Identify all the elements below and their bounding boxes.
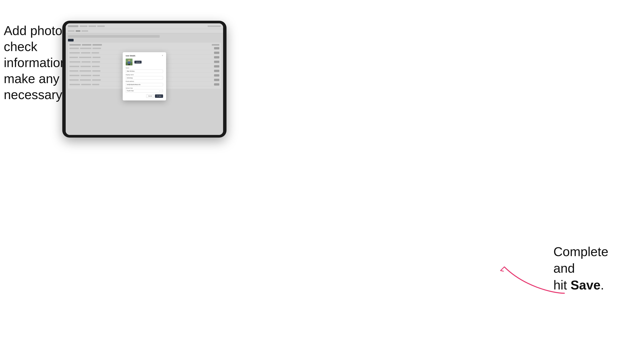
save-label: Save	[158, 95, 162, 97]
display-name-field-group: Display name	[126, 74, 163, 80]
school-year-select[interactable]: Fourth Year	[126, 89, 163, 93]
close-button[interactable]: ×	[161, 54, 164, 57]
photo-thumbnail	[126, 59, 132, 65]
save-button[interactable]: ⬆ Save	[155, 94, 163, 98]
email-label: Email address	[126, 81, 163, 82]
school-year-field-group: School Year Fourth Year × ▾	[126, 87, 163, 93]
display-name-label: Display name	[126, 74, 163, 75]
dialog-footer: Cancel ⬆ Save	[126, 94, 163, 98]
email-field-group: Email address	[126, 81, 163, 86]
upload-button[interactable]: Upload	[134, 61, 142, 63]
school-year-value: Fourth Year	[127, 90, 134, 91]
tablet-frame: User details ×	[62, 21, 226, 138]
app-background: User details ×	[66, 23, 223, 135]
dialog-title: User details	[126, 55, 163, 57]
svg-rect-7	[130, 62, 130, 63]
name-input[interactable]	[126, 70, 163, 73]
email-input[interactable]	[126, 83, 163, 86]
select-clear-icon[interactable]: ×	[160, 90, 160, 92]
svg-rect-9	[129, 64, 130, 65]
svg-rect-6	[128, 62, 128, 63]
name-field-group: Name	[126, 67, 163, 73]
school-year-select-wrapper: Fourth Year × ▾	[126, 89, 163, 93]
svg-rect-8	[128, 64, 129, 65]
svg-point-4	[128, 60, 130, 61]
user-details-dialog: User details ×	[123, 52, 166, 100]
svg-rect-5	[128, 61, 130, 64]
profile-photo	[126, 59, 132, 65]
cancel-button[interactable]: Cancel	[146, 94, 154, 98]
photo-section: Upload	[126, 59, 163, 65]
school-year-label: School Year	[126, 87, 163, 89]
modal-backdrop: User details ×	[66, 23, 223, 135]
tablet-screen: User details ×	[66, 23, 223, 135]
save-icon: ⬆	[157, 95, 158, 97]
right-annotation: Complete and hit Save.	[554, 243, 633, 293]
select-arrow-icon: ▾	[162, 90, 162, 91]
display-name-input[interactable]	[126, 76, 163, 80]
name-label: Name	[126, 67, 163, 69]
